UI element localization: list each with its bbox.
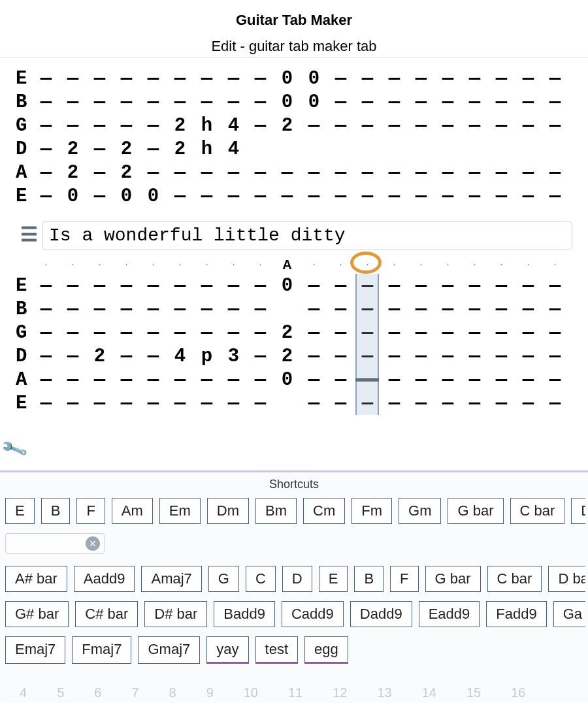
tab-cell[interactable] [461,370,488,389]
tab-cell[interactable] [515,394,542,413]
tab-section-2[interactable]: •••••••••A••••••••••E0BG2D24p32A0E [16,255,572,415]
tab-cell[interactable] [542,370,568,389]
shortcut-chip[interactable]: Em [159,498,201,524]
tab-cell[interactable] [381,370,408,389]
tab-cell[interactable] [247,347,274,366]
tab-cell[interactable]: h [193,140,220,159]
shortcut-chip[interactable]: E [5,498,35,524]
tab-cell[interactable] [33,394,59,413]
tab-cell[interactable] [140,140,167,159]
chord-marker-row[interactable]: •••••••••A•••••••••• [33,255,572,274]
shortcut-chip[interactable]: Bm [255,498,297,524]
tab-cell[interactable] [301,276,327,295]
tab-cell[interactable] [408,394,434,413]
marker-dot[interactable]: • [167,263,193,267]
tab-cell[interactable] [193,370,220,389]
shortcut-chip[interactable]: D [571,498,585,524]
tab-cell[interactable]: 0 [274,276,301,295]
tab-cell[interactable] [515,187,542,206]
tab-cell[interactable] [381,163,408,182]
shortcut-chip[interactable]: Gmaj7 [138,636,200,664]
tab-cell[interactable] [327,116,354,135]
tab-cell[interactable] [247,140,274,159]
tab-cell[interactable] [327,370,354,389]
shortcut-chip[interactable]: Fadd9 [486,601,546,627]
tab-cell[interactable]: 0 [274,69,301,88]
tab-cell[interactable] [515,140,542,159]
tab-cell[interactable] [167,323,193,342]
tab-cell[interactable] [488,140,515,159]
clear-icon[interactable]: ✕ [86,536,100,551]
tab-editor[interactable]: E00B00G2h42D222h4A22E000 ☰ •••••••••A•••… [0,57,588,415]
tab-cell[interactable] [140,394,167,413]
tab-cell[interactable] [167,93,193,112]
tab-cell[interactable] [408,347,434,366]
tab-cell[interactable] [488,276,515,295]
shortcut-chip[interactable]: Ga [553,601,585,627]
tab-cell[interactable]: 2 [167,140,193,159]
shortcut-chip[interactable]: Eadd9 [419,601,480,627]
tab-cell[interactable] [86,300,113,319]
string-row[interactable]: D24p32 [16,344,572,368]
tab-cell[interactable] [408,187,434,206]
tab-cell[interactable] [301,116,327,135]
tab-cell[interactable] [327,187,354,206]
marker-dot[interactable]: • [381,263,408,267]
tab-cell[interactable] [515,93,542,112]
tab-cell[interactable] [542,276,568,295]
shortcut-chip[interactable]: Dm [207,498,249,524]
tab-cell[interactable] [247,116,274,135]
tab-cell[interactable] [354,300,381,319]
tab-cell[interactable] [220,163,247,182]
tab-cell[interactable] [381,187,408,206]
tab-cell[interactable] [381,347,408,366]
string-row[interactable]: D222h4 [16,137,572,161]
marker-dot[interactable]: • [59,263,86,267]
tab-cell[interactable]: 2 [274,347,301,366]
tab-cell[interactable] [113,300,140,319]
tab-cell[interactable] [274,394,301,413]
tab-cell[interactable] [354,323,381,342]
tab-cell[interactable] [542,323,568,342]
tab-cell[interactable] [167,370,193,389]
tab-cell[interactable] [461,69,488,88]
shortcut-chip[interactable]: test [255,636,298,664]
tab-cell[interactable] [515,163,542,182]
tab-cell[interactable]: 0 [274,370,301,389]
tab-cell[interactable] [488,394,515,413]
tab-cell[interactable]: p [193,347,220,366]
tab-cell[interactable]: 0 [59,187,86,206]
tab-cell[interactable] [327,163,354,182]
tab-cell[interactable] [274,300,301,319]
marker-dot[interactable]: • [354,263,381,267]
tab-cell[interactable]: 3 [220,347,247,366]
tab-cell[interactable] [274,163,301,182]
tab-cell[interactable] [247,163,274,182]
tab-cell[interactable] [113,370,140,389]
tab-cell[interactable] [488,347,515,366]
string-row[interactable]: G2 [16,321,572,344]
tab-cell[interactable] [327,276,354,295]
tab-cell[interactable] [113,69,140,88]
tab-cell[interactable] [461,116,488,135]
tab-cell[interactable] [140,163,167,182]
tab-cell[interactable] [461,394,488,413]
tab-cell[interactable] [461,140,488,159]
tab-cell[interactable] [113,116,140,135]
shortcut-chip[interactable]: D [282,566,312,592]
menu-icon[interactable]: ☰ [16,226,42,246]
marker-dot[interactable]: • [327,263,354,267]
tab-cell[interactable] [434,140,461,159]
tab-cell[interactable] [33,276,59,295]
shortcut-chip[interactable]: Gm [399,498,441,524]
tab-cell[interactable]: 2 [59,163,86,182]
string-row[interactable]: G2h42 [16,114,572,137]
tab-cell[interactable]: 2 [86,347,113,366]
tab-cell[interactable] [167,163,193,182]
tab-cell[interactable] [381,116,408,135]
shortcut-chip[interactable]: Cm [303,498,345,524]
tab-cell[interactable] [220,323,247,342]
tab-cell[interactable] [33,370,59,389]
tab-cell[interactable] [488,300,515,319]
tab-cell[interactable] [488,370,515,389]
